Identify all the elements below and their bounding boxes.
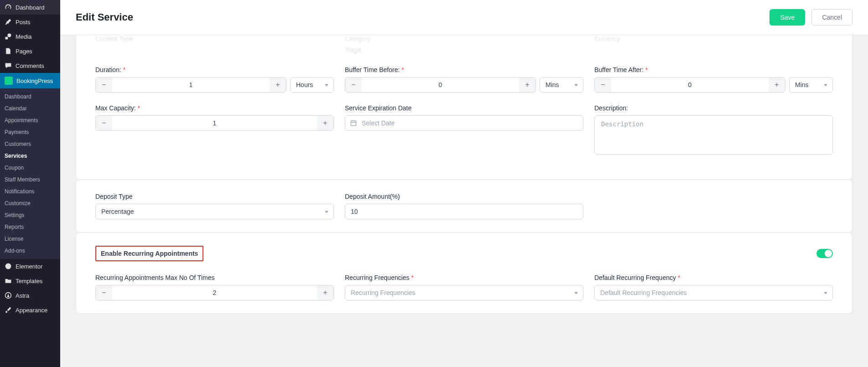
deposit-card: Deposit Type Percentage Deposit Amount(%… <box>76 180 852 233</box>
sub-item-appointments[interactable]: Appointments <box>0 114 60 126</box>
buffer-before-stepper: − + <box>345 77 536 93</box>
recurring-max-field: Recurring Appointments Max No Of Times −… <box>95 274 334 300</box>
page-title: Edit Service <box>76 11 133 23</box>
recurring-default-select[interactable]: Default Recurring Frequencies <box>594 285 833 300</box>
deposit-type-field: Deposit Type Percentage <box>95 193 334 219</box>
buffer-after-label: Buffer Time After: * <box>594 66 833 73</box>
calendar-icon <box>350 119 357 127</box>
svg-point-0 <box>7 34 11 37</box>
save-button[interactable]: Save <box>769 9 805 26</box>
sub-item-customize[interactable]: Customize <box>0 197 60 209</box>
sub-item-settings[interactable]: Settings <box>0 209 60 221</box>
sidebar-item-label: Appearance <box>16 307 47 314</box>
sidebar-item-label: Elementor <box>16 263 42 270</box>
recurring-freq-placeholder: Recurring Frequencies <box>351 289 416 296</box>
recurring-max-decrement[interactable]: − <box>96 285 112 300</box>
buffer-after-input[interactable] <box>611 78 769 92</box>
sub-item-dashboard[interactable]: Dashboard <box>0 91 60 103</box>
sidebar-item-astra[interactable]: Astra <box>0 288 60 303</box>
duration-unit-select[interactable]: Hours <box>290 77 334 93</box>
sidebar-item-elementor[interactable]: Elementor <box>0 259 60 274</box>
recurring-default-label: Default Recurring Frequency * <box>594 274 833 281</box>
buffer-before-unit-label: Mins <box>546 81 559 88</box>
recurring-title-highlight: Enable Recurring Appointments <box>95 246 203 261</box>
sub-item-staff-members[interactable]: Staff Members <box>0 174 60 186</box>
max-capacity-decrement[interactable]: − <box>96 116 112 130</box>
buffer-before-unit-select[interactable]: Mins <box>540 77 583 93</box>
recurring-max-label: Recurring Appointments Max No Of Times <box>95 274 334 281</box>
duration-decrement[interactable]: − <box>96 78 112 92</box>
svg-rect-3 <box>351 121 356 125</box>
buffer-before-input[interactable] <box>362 78 519 92</box>
buffer-after-decrement[interactable]: − <box>595 78 611 92</box>
sidebar-item-posts[interactable]: Posts <box>0 15 60 29</box>
deposit-type-select[interactable]: Percentage <box>95 204 334 219</box>
recurring-default-field: Default Recurring Frequency * Default Re… <box>594 274 833 300</box>
recurring-freq-field: Recurring Frequencies * Recurring Freque… <box>345 274 583 300</box>
faded-label-1: Content Type <box>95 35 334 42</box>
sub-item-reports[interactable]: Reports <box>0 221 60 233</box>
page-header: Edit Service Save Cancel <box>60 0 868 35</box>
expiration-field: Service Expiration Date <box>345 104 583 155</box>
max-capacity-label: Max Capacity: * <box>95 104 334 112</box>
sidebar-submenu: Dashboard Calendar Appointments Payments… <box>0 88 60 259</box>
buffer-before-increment[interactable]: + <box>519 78 535 92</box>
sub-item-services[interactable]: Services <box>0 150 60 162</box>
sidebar-item-appearance[interactable]: Appearance <box>0 303 60 317</box>
sidebar-item-bookingpress[interactable]: BookingPress <box>0 73 60 88</box>
faded-value-2: Yoga <box>345 46 583 54</box>
faded-label-2: Category <box>345 35 583 42</box>
expiration-input[interactable] <box>345 115 583 131</box>
sidebar-item-pages[interactable]: Pages <box>0 44 60 58</box>
buffer-after-stepper: − + <box>594 77 785 93</box>
max-capacity-field: Max Capacity: * − + <box>95 104 334 155</box>
page-icon <box>5 47 12 55</box>
main-content: Edit Service Save Cancel Content Type Ca… <box>60 0 868 367</box>
duration-stepper: − + <box>95 77 286 93</box>
duration-label: Duration: * <box>95 66 334 73</box>
recurring-toggle[interactable] <box>816 249 833 258</box>
recurring-max-increment[interactable]: + <box>317 285 333 300</box>
header-actions: Save Cancel <box>769 9 852 26</box>
expiration-label: Service Expiration Date <box>345 104 583 112</box>
buffer-after-increment[interactable]: + <box>769 78 785 92</box>
sub-item-calendar[interactable]: Calendar <box>0 103 60 114</box>
sidebar-item-label: BookingPress <box>16 78 53 84</box>
recurring-freq-label: Recurring Frequencies * <box>345 274 583 281</box>
sub-item-addons[interactable]: Add-ons <box>0 245 60 257</box>
comment-icon <box>5 62 12 69</box>
buffer-before-decrement[interactable]: − <box>345 78 362 92</box>
sub-item-license[interactable]: License <box>0 233 60 245</box>
duration-unit-label: Hours <box>296 81 313 88</box>
recurring-max-input[interactable] <box>112 285 317 300</box>
svg-point-1 <box>5 264 11 269</box>
max-capacity-increment[interactable]: + <box>317 116 333 130</box>
buffer-after-unit-select[interactable]: Mins <box>789 77 833 93</box>
max-capacity-input[interactable] <box>112 116 317 130</box>
deposit-row: Deposit Type Percentage Deposit Amount(%… <box>95 193 833 219</box>
sidebar-item-label: Astra <box>16 292 29 299</box>
pin-icon <box>5 18 12 26</box>
sidebar-item-label: Media <box>16 33 31 40</box>
sidebar-item-label: Posts <box>16 19 31 26</box>
sidebar-item-dashboard[interactable]: Dashboard <box>0 0 60 15</box>
recurring-fields-row: Recurring Appointments Max No Of Times −… <box>95 274 833 300</box>
sidebar-item-comments[interactable]: Comments <box>0 58 60 73</box>
buffer-after-unit-label: Mins <box>795 81 809 88</box>
sub-item-payments[interactable]: Payments <box>0 126 60 138</box>
duration-input[interactable] <box>112 78 270 92</box>
sub-item-notifications[interactable]: Notifications <box>0 186 60 197</box>
sidebar-item-media[interactable]: Media <box>0 29 60 44</box>
cancel-button[interactable]: Cancel <box>811 9 852 26</box>
sub-item-customers[interactable]: Customers <box>0 138 60 150</box>
description-label: Description: <box>594 104 833 112</box>
recurring-freq-select[interactable]: Recurring Frequencies <box>345 285 583 300</box>
deposit-amount-field: Deposit Amount(%) <box>345 193 583 219</box>
sub-item-coupon[interactable]: Coupon <box>0 162 60 174</box>
duration-increment[interactable]: + <box>270 78 286 92</box>
deposit-amount-input[interactable] <box>345 204 583 219</box>
sidebar-item-templates[interactable]: Templates <box>0 274 60 288</box>
buffer-after-field: Buffer Time After: * − + Mins <box>594 66 833 93</box>
gauge-icon <box>5 4 12 11</box>
description-textarea[interactable] <box>594 115 833 155</box>
